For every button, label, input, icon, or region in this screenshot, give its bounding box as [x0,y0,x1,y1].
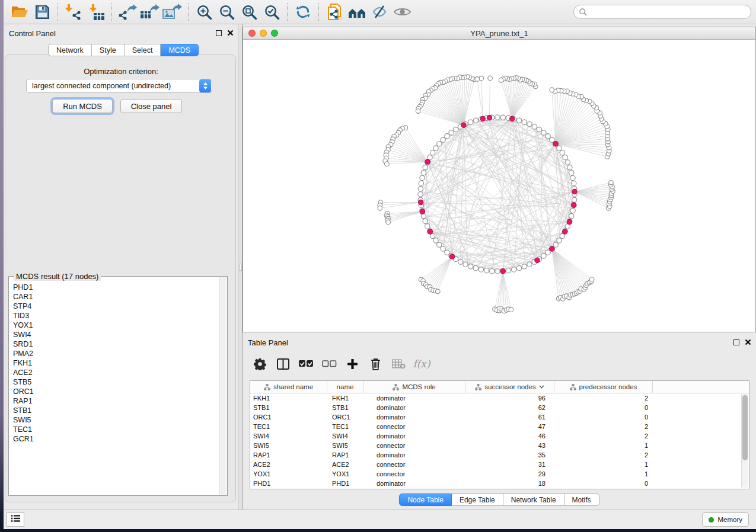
column-header-successor-nodes[interactable]: successor nodes [465,381,554,393]
control-panel-title: Control Panel [9,29,56,38]
gear-icon[interactable] [251,355,269,373]
column-header-shared-name[interactable]: shared name [250,381,327,393]
tab-motifs[interactable]: Motifs [564,493,599,506]
share-network-icon[interactable] [323,2,346,22]
mcds-result-item[interactable]: FKH1 [13,358,227,368]
column-header-mcds-role[interactable]: MCDS role [363,381,465,393]
splitter-handle[interactable] [497,306,503,310]
table-row[interactable]: YOX1YOX1connector291 [250,469,749,479]
close-panel-icon[interactable] [227,30,234,36]
optimization-criterion-select[interactable]: largest connected component (undirected) [26,79,212,93]
mcds-result-item[interactable]: STP4 [13,302,227,311]
cell: dominator [363,414,465,421]
select-all-rows-icon[interactable] [297,355,315,373]
add-column-icon[interactable] [343,355,361,373]
zoom-in-icon[interactable] [193,2,215,22]
cell: PHD1 [327,480,363,487]
refresh-icon[interactable] [292,2,314,22]
network-overview-icon[interactable] [346,2,368,22]
zoom-out-icon[interactable] [215,2,238,22]
table-panel-title: Table Panel [248,338,288,347]
table-row[interactable]: PHD1PHD1dominator180 [250,479,749,488]
mcds-result-item[interactable]: SWI5 [13,415,227,425]
application-window: Control Panel NetworkStyleSelectMCDS Opt… [4,0,756,529]
tab-network-table[interactable]: Network Table [503,493,564,506]
search-box[interactable] [573,5,751,19]
mcds-result-item[interactable]: ORC1 [13,387,227,396]
mcds-result-item[interactable]: TID3 [13,311,227,321]
tab-network[interactable]: Network [48,44,92,56]
table-row[interactable]: RAP1RAP1dominator352 [250,450,749,460]
tab-select[interactable]: Select [125,44,161,56]
table-row[interactable]: FKH1FKH1dominator962 [250,393,749,403]
horizontal-splitter[interactable] [243,308,756,310]
mcds-result-item[interactable]: PHD1 [13,283,227,292]
cell: SWI5 [250,442,327,449]
export-table-icon[interactable] [139,2,161,22]
mcds-result-item[interactable]: GCR1 [13,434,227,444]
tab-style[interactable]: Style [92,44,125,56]
table-panel: Table Panel f(x) shared namenameMCDS rol… [243,334,756,509]
cell: 47 [465,423,554,430]
cell: FKH1 [327,395,363,402]
close-window-icon[interactable] [248,30,256,37]
vertical-splitter[interactable] [238,24,243,509]
import-network-icon[interactable] [62,2,85,22]
open-session-icon[interactable] [8,2,31,22]
close-panel-button[interactable]: Close panel [120,99,182,113]
deselect-all-rows-icon[interactable] [320,355,338,373]
table-row[interactable]: STB1STB1dominator620 [250,403,749,412]
table-scrollbar[interactable] [741,394,748,488]
network-canvas[interactable] [243,40,755,332]
table-row[interactable]: SWI5SWI5connector431 [250,441,749,450]
delete-column-icon[interactable] [366,355,384,373]
memory-button[interactable]: Memory [702,512,749,527]
save-session-icon[interactable] [31,2,53,22]
zoom-fit-icon[interactable] [238,2,260,22]
network-window-titlebar[interactable]: YPA_prune.txt_1 [243,27,755,40]
cell: 1 [554,470,653,477]
table-row[interactable]: SWI4SWI4dominator462 [250,431,749,441]
mcds-result-item[interactable]: SWI4 [13,330,227,339]
splitter-handle[interactable] [239,264,242,271]
table-row[interactable]: TEC1TEC1connector472 [250,422,749,431]
export-image-icon[interactable] [161,2,184,22]
mcds-result-item[interactable]: TEC1 [13,425,227,434]
mcds-result-item[interactable]: CAR1 [13,292,227,302]
mcds-result-item[interactable]: SRD1 [13,339,227,349]
float-panel-icon[interactable] [733,339,739,345]
export-network-icon[interactable] [116,2,139,22]
mcds-result-item[interactable]: STB1 [13,406,227,415]
import-table-icon[interactable] [85,2,107,22]
tab-node-table[interactable]: Node Table [399,493,452,506]
tab-edge-table[interactable]: Edge Table [452,493,503,506]
hide-graphics-details-icon[interactable] [368,2,391,22]
mcds-result-item[interactable]: STB5 [13,377,227,387]
mcds-result-item[interactable]: PMA2 [13,349,227,358]
table-row[interactable]: ORC1ORC1dominator610 [250,412,749,422]
tab-mcds[interactable]: MCDS [161,44,199,56]
selected-option: largest connected component (undirected) [27,82,199,90]
cell: 2 [554,451,653,459]
show-graphics-details-icon[interactable] [391,2,413,22]
run-mcds-button[interactable]: Run MCDS [52,99,113,113]
scrollbar-thumb[interactable] [742,395,748,460]
minimize-window-icon[interactable] [260,30,267,37]
cell: 0 [554,414,653,421]
mcds-result-item[interactable]: RAP1 [13,396,227,406]
table-row[interactable]: ACE2ACE2connector311 [250,460,749,469]
show-columns-icon[interactable] [274,355,292,373]
toolbar-icon-groups [8,0,413,24]
search-input[interactable] [591,8,745,16]
column-header-name[interactable]: name [327,381,363,393]
toolbar-separator [188,3,189,21]
show-panel-list-button[interactable] [7,512,24,527]
zoom-selected-icon[interactable] [260,2,283,22]
close-panel-icon[interactable] [745,339,751,345]
column-header-predecessor-nodes[interactable]: predecessor nodes [554,381,653,393]
mcds-result-item[interactable]: ACE2 [13,368,227,377]
zoom-window-icon[interactable] [271,30,278,37]
mcds-result-item[interactable]: YOX1 [13,321,227,330]
float-panel-icon[interactable] [216,30,222,36]
result-list-scrollbar[interactable] [219,277,227,495]
